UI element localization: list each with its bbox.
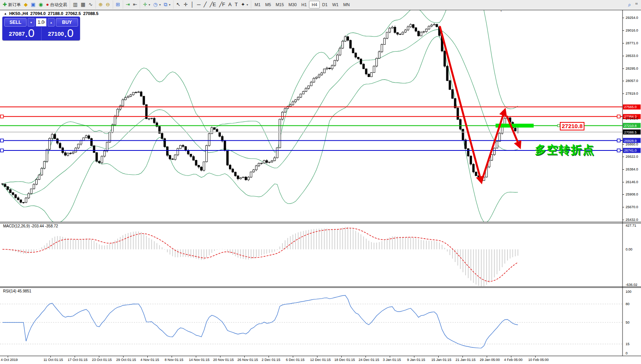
bull-candle xyxy=(106,142,108,151)
lower-band xyxy=(3,37,518,224)
bull-candle xyxy=(247,177,249,180)
bull-candle xyxy=(334,60,336,65)
horizontal-line-tool-button[interactable]: ─ xyxy=(195,1,202,8)
time-tick-label: 15 Jan 01:15 xyxy=(431,358,451,362)
periods-button-caret-icon[interactable]: ▾ xyxy=(159,3,161,7)
bull-candle xyxy=(30,189,32,194)
periods-button[interactable]: ◷▾ xyxy=(152,1,162,8)
search-icon[interactable]: ⌕ xyxy=(628,2,631,8)
trade-group: ✚新订单◆▣◉●自动交易 xyxy=(0,0,70,9)
rebound-up-arrow[interactable] xyxy=(481,110,505,182)
time-tick-label: 12 Dec 01:15 xyxy=(310,358,331,362)
vertical-line-tool-icon: │ xyxy=(191,1,194,8)
channel-tool-button[interactable]: ╱E xyxy=(208,1,218,8)
main-toolbar: ✚新订单◆▣◉●自动交易▥▦∿⊕⊖⊞⇥⇤✛▾◷▾⧉▾↖✛│─╱╱E╱FAT✦▾M… xyxy=(0,0,641,9)
text-tool-button[interactable]: A xyxy=(227,1,233,8)
timeframe-m30-button[interactable]: M30 xyxy=(286,1,299,8)
autotrading-button[interactable]: ●自动交易 xyxy=(45,1,69,8)
timeframe-h1-button[interactable]: H1 xyxy=(299,1,309,8)
deposit-icon: ◆ xyxy=(24,1,28,8)
buy-button[interactable]: BUY xyxy=(56,18,78,27)
bull-candle xyxy=(386,32,388,38)
bull-candle xyxy=(263,160,265,163)
market-window-button[interactable]: ▣ xyxy=(29,1,37,8)
tile-windows-button[interactable]: ⊞ xyxy=(114,1,122,8)
line-handle[interactable] xyxy=(0,149,3,152)
bull-candle xyxy=(119,106,121,109)
timeframe-mn-button[interactable]: MN xyxy=(341,1,352,8)
highlight-zone-rect[interactable] xyxy=(496,124,534,127)
timeframe-d1-button[interactable]: D1 xyxy=(320,1,330,8)
signal-button[interactable]: ◉ xyxy=(37,1,44,8)
macd-signal-line xyxy=(3,228,518,282)
volume-down-button[interactable]: ▼ xyxy=(28,18,35,27)
tick-mark xyxy=(99,356,99,357)
tick-mark xyxy=(390,356,390,357)
support-line-26928[interactable] xyxy=(0,139,623,142)
tick-mark xyxy=(487,356,487,357)
chat-icon[interactable]: ❝ xyxy=(635,2,638,8)
chart-shift-marker[interactable]: ▼ xyxy=(499,9,503,13)
line-handle[interactable] xyxy=(617,149,620,152)
arrows-tool-button[interactable]: ✦▾ xyxy=(239,1,250,8)
bear-candle xyxy=(454,99,456,108)
cursor-tool-button[interactable]: ↖ xyxy=(175,1,182,8)
price-callout-27210[interactable]: 27210.8 xyxy=(560,122,584,130)
bull-candle xyxy=(127,96,129,97)
bull-candle xyxy=(271,161,273,162)
sell-button[interactable]: SELL xyxy=(4,18,27,27)
trendline-tool-button[interactable]: ╱ xyxy=(202,1,208,8)
volume-input[interactable] xyxy=(36,18,47,27)
vertical-line-tool-button[interactable]: │ xyxy=(189,1,195,8)
crosshair-tool-button[interactable]: ✛ xyxy=(182,1,189,8)
bull-candle xyxy=(179,145,181,149)
candlestick-chart-button[interactable]: ▦ xyxy=(79,1,87,8)
templates-button-caret-icon[interactable]: ▾ xyxy=(169,3,170,7)
zoom-in-icon: ⊕ xyxy=(98,1,103,8)
auto-scroll-button[interactable]: ⇥ xyxy=(124,1,132,8)
timeframe-m1-button[interactable]: M1 xyxy=(252,1,263,8)
turning-point-text[interactable]: 多空转折点 xyxy=(535,142,594,158)
line-handle[interactable] xyxy=(617,139,620,142)
indicators-button-caret-icon[interactable]: ▾ xyxy=(149,3,150,7)
timeframe-w1-button[interactable]: W1 xyxy=(330,1,341,8)
templates-button[interactable]: ⧉▾ xyxy=(162,1,172,8)
downtrend-arrow[interactable] xyxy=(440,26,481,182)
bar-chart-button[interactable]: ▥ xyxy=(71,1,79,8)
bull-candle xyxy=(77,144,79,148)
bear-candle xyxy=(12,193,14,195)
fibonacci-tool-button[interactable]: ╱F xyxy=(218,1,227,8)
timeframe-m5-button[interactable]: M5 xyxy=(263,1,273,8)
bull-candle xyxy=(72,152,74,153)
bull-candle xyxy=(318,75,320,77)
arrows-tool-button-caret-icon[interactable]: ▾ xyxy=(247,3,248,7)
zoom-in-button[interactable]: ⊕ xyxy=(97,1,104,8)
zoom-out-button[interactable]: ⊖ xyxy=(104,1,112,8)
time-tick-label: 24 Dec 01:15 xyxy=(359,358,379,362)
resistance-line-27384[interactable] xyxy=(0,115,623,118)
line-handle[interactable] xyxy=(0,139,3,142)
volume-up-button[interactable]: ▲ xyxy=(48,18,55,27)
deposit-button[interactable]: ◆ xyxy=(22,1,29,8)
line-handle[interactable] xyxy=(617,115,620,118)
candlestick-chart-icon: ▦ xyxy=(81,1,85,8)
timeframe-m15-button[interactable]: M15 xyxy=(273,1,286,8)
time-tick-label: 14 Nov 01:15 xyxy=(189,358,210,362)
text-label-tool-button[interactable]: T xyxy=(233,1,239,8)
buy-price[interactable]: 27100.0 xyxy=(42,27,80,40)
collapse-panel-icon[interactable]: ▲ xyxy=(4,12,7,15)
bear-candle xyxy=(214,128,215,130)
indicators-button[interactable]: ✛▾ xyxy=(141,1,152,8)
line-chart-button[interactable]: ∿ xyxy=(87,1,94,8)
sell-price-pips: .0 xyxy=(25,27,35,39)
sell-price[interactable]: 27087.0 xyxy=(2,27,42,40)
new-order-button[interactable]: ✚新订单 xyxy=(1,1,22,8)
tick-mark xyxy=(414,356,414,357)
chart-canvas[interactable] xyxy=(0,9,641,364)
tick-mark xyxy=(623,169,624,170)
timeframe-h4-button[interactable]: H4 xyxy=(309,1,320,8)
new-order-icon: ✚ xyxy=(3,1,7,8)
line-handle[interactable] xyxy=(0,115,3,118)
chart-shift-button[interactable]: ⇤ xyxy=(132,1,139,8)
bull-candle xyxy=(130,95,132,96)
